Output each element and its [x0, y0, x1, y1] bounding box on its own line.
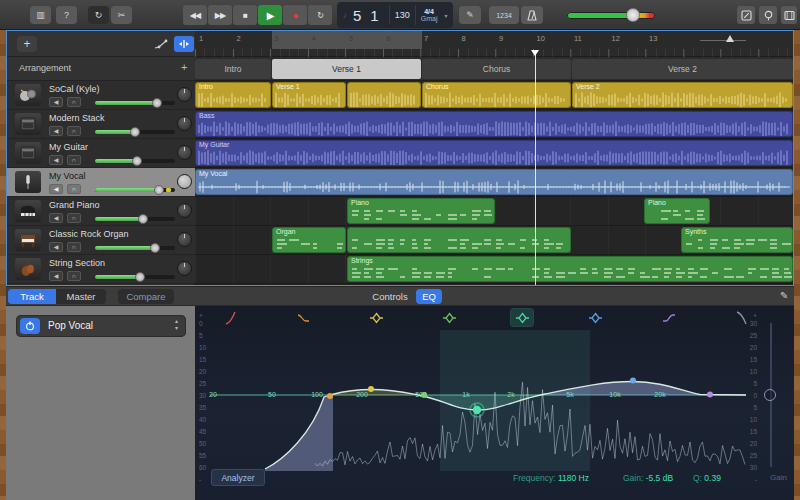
- track-name[interactable]: Modern Stack: [49, 113, 105, 123]
- gain-slider-knob[interactable]: [764, 389, 776, 401]
- lcd-beat-value[interactable]: 1: [370, 7, 380, 24]
- forward-button[interactable]: ▶▶: [208, 5, 232, 25]
- volume-knob[interactable]: [132, 156, 142, 166]
- bell-blue-band-button[interactable]: [584, 309, 606, 326]
- mute-button[interactable]: ◀: [49, 271, 63, 281]
- track-header[interactable]: SoCal (Kyle)◀∩: [7, 81, 195, 110]
- solo-button[interactable]: ∩: [67, 271, 81, 281]
- arrangement-header-row[interactable]: Arrangement +: [7, 57, 195, 81]
- play-button[interactable]: ▶: [258, 5, 282, 25]
- pan-knob[interactable]: [177, 174, 192, 189]
- track-name[interactable]: Grand Piano: [49, 200, 100, 210]
- pan-knob[interactable]: [177, 145, 192, 160]
- region[interactable]: Organ: [272, 227, 346, 253]
- tab-master[interactable]: Master: [56, 289, 106, 304]
- lcd-timesig-value[interactable]: 4/4: [424, 8, 434, 15]
- count-in-button[interactable]: 1234: [489, 6, 519, 24]
- catch-playhead-button[interactable]: [174, 36, 194, 52]
- track-header[interactable]: Modern Stack◀∩: [7, 110, 195, 139]
- lcd-menu-chevron-icon[interactable]: ▾: [444, 12, 447, 19]
- track-header[interactable]: Grand Piano◀∩: [7, 197, 195, 226]
- tab-track[interactable]: Track: [8, 289, 56, 304]
- track-header[interactable]: My Vocal◀∩: [7, 168, 195, 197]
- bar-ruler[interactable]: 12345678910111213: [195, 31, 793, 57]
- mute-button[interactable]: ◀: [49, 242, 63, 252]
- lowshelf-band-button[interactable]: [292, 309, 314, 326]
- tab-controls[interactable]: Controls: [366, 289, 414, 304]
- add-track-button[interactable]: +: [17, 36, 37, 52]
- track-name[interactable]: Classic Rock Organ: [49, 229, 129, 239]
- mute-button[interactable]: ◀: [49, 126, 63, 136]
- mute-button[interactable]: ◀: [49, 213, 63, 223]
- volume-knob[interactable]: [150, 243, 160, 253]
- cycle-region[interactable]: [272, 31, 422, 49]
- band2-handle[interactable]: [327, 393, 333, 399]
- region[interactable]: Intro: [195, 82, 271, 108]
- compare-button[interactable]: Compare: [118, 289, 174, 304]
- lcd-display[interactable]: ♪ 5 1 130 4/4 Gmaj ▾: [337, 2, 453, 28]
- pan-knob[interactable]: [177, 232, 192, 247]
- volume-slider[interactable]: [95, 101, 175, 105]
- region[interactable]: Chorus: [422, 82, 571, 108]
- library-button[interactable]: ▥: [30, 6, 51, 24]
- stop-button[interactable]: ■: [233, 5, 257, 25]
- lcd-key-section[interactable]: 4/4 Gmaj: [415, 5, 443, 25]
- region[interactable]: Piano: [347, 198, 495, 224]
- region[interactable]: [347, 227, 571, 253]
- timeline-zoom-slider[interactable]: [700, 38, 746, 42]
- zoom-slider-handle[interactable]: [726, 35, 734, 42]
- mute-button[interactable]: ◀: [49, 155, 63, 165]
- track-name[interactable]: SoCal (Kyle): [49, 84, 100, 94]
- region[interactable]: My Vocal: [195, 169, 793, 195]
- plugin-power-button[interactable]: [20, 318, 40, 334]
- bell-green-band-button[interactable]: [438, 309, 460, 326]
- region[interactable]: Verse 2: [572, 82, 793, 108]
- track-header[interactable]: Classic Rock Organ◀∩: [7, 226, 195, 255]
- region[interactable]: Verse 1: [272, 82, 346, 108]
- volume-slider[interactable]: [95, 246, 175, 250]
- scissors-button[interactable]: ✂: [111, 6, 132, 24]
- highpass-band-button[interactable]: [219, 309, 241, 326]
- arrangement-section[interactable]: Intro: [195, 59, 271, 79]
- volume-knob[interactable]: [130, 127, 140, 137]
- solo-button[interactable]: ∩: [67, 213, 81, 223]
- track-header[interactable]: String Section◀∩: [7, 255, 195, 284]
- playhead-handle[interactable]: [531, 50, 539, 56]
- arrangement-section[interactable]: Verse 2: [572, 59, 793, 79]
- automation-button[interactable]: [151, 36, 171, 52]
- preset-dropdown-chevrons[interactable]: ▴▾: [175, 318, 178, 332]
- band3-handle[interactable]: [368, 386, 374, 392]
- playhead[interactable]: [535, 51, 536, 285]
- volume-knob[interactable]: [152, 98, 162, 108]
- pan-knob[interactable]: [177, 116, 192, 131]
- arrangement-add-button[interactable]: +: [181, 61, 187, 73]
- arrangement-section[interactable]: Chorus: [422, 59, 571, 79]
- region[interactable]: Piano: [644, 198, 710, 224]
- region[interactable]: Strings: [347, 256, 793, 282]
- lcd-tempo-value[interactable]: 130: [395, 10, 410, 20]
- master-volume-slider[interactable]: [626, 8, 640, 22]
- band6-handle[interactable]: [630, 378, 636, 384]
- lcd-bar-value[interactable]: 5: [353, 7, 363, 24]
- edit-pencil-icon[interactable]: ✎: [780, 290, 788, 301]
- metronome-button[interactable]: [521, 6, 543, 24]
- track-header[interactable]: My Guitar◀∩: [7, 139, 195, 168]
- eq-graph[interactable]: [195, 326, 794, 474]
- band5-handle-selected[interactable]: [473, 406, 481, 414]
- lcd-key-value[interactable]: Gmaj: [421, 15, 438, 22]
- highshelf-band-button[interactable]: [657, 309, 679, 326]
- pan-knob[interactable]: [177, 203, 192, 218]
- rewind-button[interactable]: ◀◀: [183, 5, 207, 25]
- record-button[interactable]: ●: [283, 5, 307, 25]
- track-name[interactable]: My Vocal: [49, 171, 86, 181]
- track-name[interactable]: String Section: [49, 258, 105, 268]
- loop-browser-button[interactable]: [759, 6, 777, 24]
- region[interactable]: My Guitar: [195, 140, 793, 166]
- pan-knob[interactable]: [177, 87, 192, 102]
- volume-knob[interactable]: [138, 214, 148, 224]
- region[interactable]: Synths: [681, 227, 793, 253]
- solo-button[interactable]: ∩: [67, 126, 81, 136]
- solo-button[interactable]: ∩: [67, 242, 81, 252]
- solo-button[interactable]: ∩: [67, 155, 81, 165]
- solo-button[interactable]: ∩: [67, 184, 81, 194]
